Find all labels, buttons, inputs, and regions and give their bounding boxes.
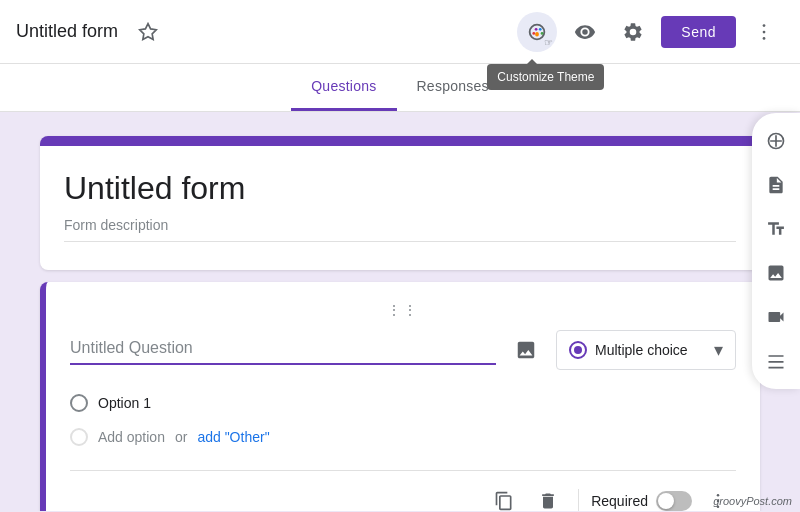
question-type-label: Multiple choice bbox=[595, 342, 706, 358]
add-option-radio bbox=[70, 428, 88, 446]
sidebar-add-text-button[interactable] bbox=[756, 209, 796, 249]
header: Untitled form ☞ Customize Them bbox=[0, 0, 800, 64]
question-card: ⋮⋮ Multiple choice ▾ Option 1 bbox=[40, 282, 760, 511]
svg-point-4 bbox=[541, 32, 544, 35]
question-input[interactable] bbox=[70, 335, 496, 365]
main-content: Untitled form Form description ⋮⋮ Multip… bbox=[0, 112, 800, 511]
option-row: Option 1 bbox=[70, 386, 736, 420]
header-left: Untitled form bbox=[16, 12, 517, 52]
add-other-link[interactable]: add "Other" bbox=[197, 429, 269, 445]
sidebar-add-video-button[interactable] bbox=[756, 297, 796, 337]
form-title-card: Untitled form Form description bbox=[40, 136, 760, 270]
required-label: Required bbox=[591, 493, 648, 509]
tab-responses[interactable]: Responses bbox=[397, 64, 509, 111]
settings-button[interactable] bbox=[613, 12, 653, 52]
duplicate-question-button[interactable] bbox=[486, 483, 522, 511]
sidebar-add-section-button[interactable] bbox=[756, 341, 796, 381]
sidebar-add-question-button[interactable] bbox=[756, 121, 796, 161]
svg-point-1 bbox=[533, 32, 536, 35]
svg-point-2 bbox=[535, 27, 538, 30]
add-image-to-question-button[interactable] bbox=[508, 332, 544, 368]
more-options-button[interactable] bbox=[744, 12, 784, 52]
header-right: ☞ Customize Theme Send bbox=[517, 12, 784, 52]
drag-handle[interactable]: ⋮⋮ bbox=[70, 302, 736, 318]
question-type-selector[interactable]: Multiple choice ▾ bbox=[556, 330, 736, 370]
question-top-row: Multiple choice ▾ bbox=[70, 330, 736, 370]
toggle-knob bbox=[658, 493, 674, 509]
sidebar-add-title-button[interactable] bbox=[756, 165, 796, 205]
form-title-header: Untitled form bbox=[16, 21, 118, 42]
required-toggle[interactable] bbox=[656, 491, 692, 511]
delete-question-button[interactable] bbox=[530, 483, 566, 511]
required-section: Required bbox=[591, 491, 692, 511]
star-button[interactable] bbox=[128, 12, 168, 52]
add-option-or: or bbox=[175, 429, 187, 445]
chevron-down-icon: ▾ bbox=[714, 339, 723, 361]
svg-marker-0 bbox=[140, 23, 157, 39]
svg-point-7 bbox=[763, 37, 766, 40]
svg-point-3 bbox=[539, 27, 542, 30]
form-title[interactable]: Untitled form bbox=[64, 170, 736, 207]
preview-button[interactable] bbox=[565, 12, 605, 52]
add-option-row: Add option or add "Other" bbox=[70, 420, 736, 454]
radio-inner bbox=[574, 346, 582, 354]
right-sidebar bbox=[752, 113, 800, 389]
customize-theme-wrapper: ☞ Customize Theme bbox=[517, 12, 557, 52]
sidebar-add-image-button[interactable] bbox=[756, 253, 796, 293]
option-label[interactable]: Option 1 bbox=[98, 395, 736, 411]
add-option-text[interactable]: Add option bbox=[98, 429, 165, 445]
form-description[interactable]: Form description bbox=[64, 217, 736, 242]
watermark: groovyPost.com bbox=[713, 495, 792, 507]
option-radio bbox=[70, 394, 88, 412]
svg-point-5 bbox=[763, 24, 766, 27]
tab-questions[interactable]: Questions bbox=[291, 64, 396, 111]
customize-theme-button[interactable]: ☞ bbox=[517, 12, 557, 52]
radio-icon bbox=[569, 341, 587, 359]
tabs: Questions Responses bbox=[0, 64, 800, 112]
send-button[interactable]: Send bbox=[661, 16, 736, 48]
svg-point-6 bbox=[763, 30, 766, 33]
card-bottom: Required bbox=[70, 470, 736, 511]
bottom-divider bbox=[578, 489, 579, 511]
